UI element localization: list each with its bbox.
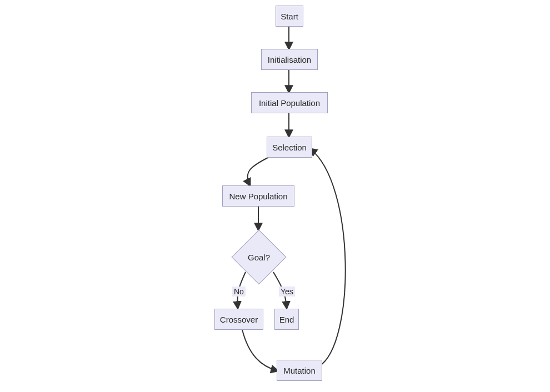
node-new-population: New Population <box>222 185 294 207</box>
node-crossover-label: Crossover <box>220 315 258 324</box>
node-end-label: End <box>279 315 294 324</box>
node-new-population-label: New Population <box>229 192 287 201</box>
node-mutation: Mutation <box>277 360 322 381</box>
node-initial-population-label: Initial Population <box>259 98 320 108</box>
edge-label-yes: Yes <box>279 287 295 296</box>
node-initialisation: Initialisation <box>261 49 318 70</box>
node-end: End <box>274 309 299 330</box>
node-selection: Selection <box>267 137 312 158</box>
node-initial-population: Initial Population <box>251 92 328 113</box>
node-crossover: Crossover <box>214 309 263 330</box>
edge-label-no: No <box>232 287 246 296</box>
node-start: Start <box>276 6 303 27</box>
node-start-label: Start <box>281 12 298 21</box>
node-initialisation-label: Initialisation <box>268 55 311 64</box>
node-selection-label: Selection <box>272 143 307 152</box>
node-goal: Goal? <box>232 230 286 284</box>
node-goal-label: Goal? <box>248 253 270 262</box>
node-mutation-label: Mutation <box>283 366 316 375</box>
